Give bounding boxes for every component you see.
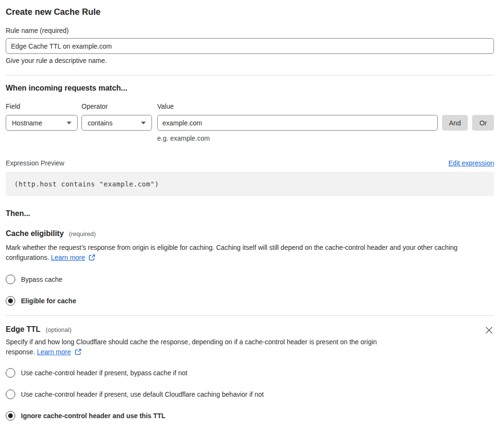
radio-eligible-for-cache[interactable]: Eligible for cache — [6, 296, 494, 306]
radio-use-cache-control-default[interactable]: Use cache-control header if present, use… — [6, 390, 494, 399]
edge-ttl-optional-note: (optional) — [46, 326, 71, 333]
expression-code-block: (http.host contains "example.com") — [6, 172, 494, 196]
value-hint: e.g. example.com — [157, 134, 210, 142]
cache-eligibility-required-note: (required) — [69, 230, 96, 237]
field-label: Field — [6, 103, 78, 110]
chevron-down-icon — [141, 122, 146, 124]
edge-ttl-heading: Edge TTL — [6, 325, 40, 333]
radio-icon — [6, 390, 15, 399]
edit-expression-link[interactable]: Edit expression — [448, 159, 494, 167]
operator-select-value: contains — [88, 119, 112, 127]
radio-icon — [6, 275, 15, 284]
cache-eligibility-heading: Cache eligibility — [6, 229, 64, 237]
expression-preview-row: Expression Preview Edit expression — [6, 159, 494, 167]
field-select-value: Hostname — [12, 119, 42, 127]
radio-selected-icon — [6, 296, 15, 306]
then-heading: Then... — [6, 209, 494, 218]
radio-selected-icon — [6, 411, 15, 421]
external-link-icon — [89, 254, 95, 261]
match-column-labels: Field Operator Value — [6, 103, 494, 110]
close-icon[interactable] — [484, 325, 494, 335]
expression-text: (http.host contains "example.com") — [14, 180, 159, 188]
expression-preview-label: Expression Preview — [6, 159, 64, 167]
cache-eligibility-description: Mark whether the request’s response from… — [6, 243, 494, 263]
rule-name-input[interactable] — [6, 38, 494, 54]
cache-eligibility-section: Cache eligibility (required) Mark whethe… — [6, 229, 494, 306]
value-hint-row: e.g. example.com — [6, 134, 494, 142]
divider — [6, 315, 494, 316]
or-button[interactable]: Or — [472, 115, 494, 131]
field-select[interactable]: Hostname — [6, 115, 78, 131]
edge-ttl-header-row: Edge TTL (optional) — [6, 325, 494, 335]
and-button[interactable]: And — [442, 115, 468, 131]
operator-label: Operator — [81, 103, 152, 110]
radio-icon — [6, 368, 15, 378]
chevron-down-icon — [67, 122, 71, 124]
learn-more-link[interactable]: Learn more — [37, 348, 71, 356]
value-label: Value — [157, 103, 494, 110]
value-input[interactable] — [157, 115, 438, 131]
create-cache-rule-form: Create new Cache Rule Rule name (require… — [0, 0, 504, 432]
divider — [6, 75, 494, 75]
edge-ttl-section: Edge TTL (optional) Specify if and how l… — [6, 325, 494, 432]
match-heading: When incoming requests match... — [6, 84, 494, 93]
match-controls-row: Hostname contains And Or — [6, 115, 494, 131]
radio-ignore-cache-control[interactable]: Ignore cache-control header and use this… — [6, 411, 494, 421]
radio-use-cache-control-bypass[interactable]: Use cache-control header if present, byp… — [6, 368, 494, 378]
operator-select[interactable]: contains — [81, 115, 152, 131]
learn-more-link[interactable]: Learn more — [51, 254, 85, 261]
page-title: Create new Cache Rule — [6, 6, 494, 18]
rule-name-help: Give your rule a descriptive name. — [6, 57, 494, 64]
rule-name-label: Rule name (required) — [6, 27, 494, 34]
edge-ttl-description: Specify if and how long Cloudflare shoul… — [6, 337, 403, 357]
external-link-icon — [75, 349, 81, 355]
radio-bypass-cache[interactable]: Bypass cache — [6, 275, 494, 284]
